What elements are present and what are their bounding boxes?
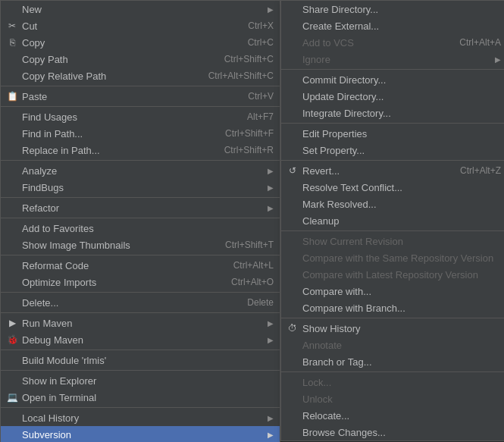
right-context-menu: Share Directory...Create External...Add …	[280, 0, 504, 441]
right-menu-item-edit-properties[interactable]: Edit Properties	[281, 125, 504, 142]
right-menu-item-commit-directory[interactable]: Commit Directory...	[281, 71, 504, 88]
menu-item-find-in-path[interactable]: Find in Path...Ctrl+Shift+F	[1, 125, 280, 142]
menu-label-cut: Cut	[22, 20, 37, 32]
menu-item-findbugs[interactable]: FindBugs▶	[1, 179, 280, 196]
menu-item-open-in-terminal[interactable]: 💻Open in Terminal	[1, 389, 280, 406]
right-menu-item-lock: Lock...	[281, 374, 504, 390]
menu-separator	[281, 318, 504, 318]
right-menu-item-ignore: Ignore▶	[281, 51, 504, 67]
shortcut-cut: Ctrl+X	[233, 20, 274, 31]
shortcut-replace-in-path: Ctrl+Shift+R	[209, 145, 274, 155]
right-menu-label-compare-branch: Compare with Branch...	[302, 303, 405, 314]
right-menu-item-show-history[interactable]: ⏱Show History	[281, 320, 504, 337]
shortcut-delete: Delete	[232, 297, 274, 308]
right-menu-label-browse-changes: Browse Changes...	[302, 427, 386, 438]
right-menu-label-mark-resolved: Mark Resolved...	[302, 199, 377, 210]
menu-item-analyze[interactable]: Analyze▶	[1, 162, 280, 179]
right-menu-label-set-property: Set Property...	[302, 145, 365, 156]
right-menu-item-revert[interactable]: ↺Revert...Ctrl+Alt+Z	[281, 162, 504, 179]
right-menu-item-compare-with[interactable]: Compare with...	[281, 283, 504, 299]
shortcut-optimize-imports: Ctrl+Alt+O	[216, 277, 274, 287]
menu-item-show-image-thumbnails[interactable]: Show Image ThumbnailsCtrl+Shift+T	[1, 237, 280, 253]
shortcut-find-usages: Alt+F7	[232, 111, 274, 122]
menu-separator	[1, 312, 280, 313]
arrow-analyze: ▶	[268, 167, 274, 175]
menu-label-find-usages: Find Usages	[22, 111, 77, 123]
menu-item-local-history[interactable]: Local History▶	[1, 409, 280, 426]
menu-separator	[1, 292, 280, 293]
right-menu-label-cleanup: Cleanup	[302, 215, 339, 227]
right-menu-item-integrate-directory[interactable]: Integrate Directory...	[281, 105, 504, 121]
right-menu-item-add-to-vcs: Add to VCSCtrl+Alt+A	[281, 34, 504, 51]
right-menu-label-ignore: Ignore	[302, 54, 330, 65]
menu-item-copy-path[interactable]: Copy PathCtrl+Shift+C	[1, 51, 280, 67]
menu-label-show-image-thumbnails: Show Image Thumbnails	[22, 240, 130, 251]
right-menu-item-compare-branch[interactable]: Compare with Branch...	[281, 299, 504, 316]
shortcut-copy-relative-path: Ctrl+Alt+Shift+C	[193, 71, 274, 81]
right-menu-item-mark-resolved[interactable]: Mark Resolved...	[281, 196, 504, 212]
right-menu-label-integrate-directory: Integrate Directory...	[302, 108, 391, 119]
menu-item-refactor[interactable]: Refactor▶	[1, 199, 280, 216]
menu-item-replace-in-path[interactable]: Replace in Path...Ctrl+Shift+R	[1, 142, 280, 158]
right-shortcut-revert: Ctrl+Alt+Z	[445, 165, 501, 176]
menu-label-new: New	[22, 4, 42, 15]
right-menu-item-branch-or-tag[interactable]: Branch or Tag...	[281, 353, 504, 370]
menu-item-run-maven[interactable]: ▶Run Maven▶	[1, 315, 280, 331]
right-menu-label-compare-latest-repo: Compare with Latest Repository Version	[302, 269, 478, 281]
right-menu-item-create-external[interactable]: Create External...	[281, 17, 504, 34]
right-menu-label-show-current-revision: Show Current Revision	[302, 236, 403, 247]
menu-label-copy: Copy	[22, 37, 45, 49]
menu-separator	[1, 160, 280, 161]
menu-item-find-usages[interactable]: Find UsagesAlt+F7	[1, 108, 280, 125]
menu-item-paste[interactable]: 📋PasteCtrl+V	[1, 88, 280, 105]
right-menu-item-browse-changes[interactable]: Browse Changes...	[281, 424, 504, 440]
right-shortcut-add-to-vcs: Ctrl+Alt+A	[444, 37, 501, 48]
menu-item-new[interactable]: New▶	[1, 1, 280, 17]
history-icon: ⏱	[286, 323, 299, 334]
menu-label-replace-in-path: Replace in Path...	[22, 145, 100, 156]
right-menu-item-show-current-revision: Show Current Revision	[281, 233, 504, 249]
menu-item-optimize-imports[interactable]: Optimize ImportsCtrl+Alt+O	[1, 274, 280, 290]
menu-item-copy[interactable]: ⎘CopyCtrl+C	[1, 34, 280, 51]
menu-item-show-in-explorer[interactable]: Show in Explorer	[1, 372, 280, 389]
right-menu-item-resolve-text-conflict[interactable]: Resolve Text Conflict...	[281, 179, 504, 196]
right-menu-label-branch-or-tag: Branch or Tag...	[302, 356, 372, 368]
shortcut-paste: Ctrl+V	[233, 91, 274, 102]
right-menu-label-unlock: Unlock	[302, 393, 333, 405]
menu-item-delete[interactable]: Delete...Delete	[1, 294, 280, 311]
right-menu-label-resolve-text-conflict: Resolve Text Conflict...	[302, 182, 402, 193]
shortcut-copy-path: Ctrl+Shift+C	[209, 54, 274, 64]
menu-label-optimize-imports: Optimize Imports	[22, 277, 96, 288]
menu-label-open-in-terminal: Open in Terminal	[22, 392, 96, 403]
right-arrow-ignore: ▶	[495, 55, 501, 64]
menu-label-reformat-code: Reformat Code	[22, 260, 89, 271]
menu-separator	[281, 160, 504, 161]
right-menu-item-share-directory[interactable]: Share Directory...	[281, 1, 504, 17]
right-menu-item-set-property[interactable]: Set Property...	[281, 142, 504, 158]
right-menu-label-share-directory: Share Directory...	[302, 4, 378, 15]
open-in-terminal-icon: 💻	[5, 392, 19, 403]
right-menu-item-cleanup[interactable]: Cleanup	[281, 212, 504, 229]
menu-item-debug-maven[interactable]: 🐞Debug Maven▶	[1, 331, 280, 348]
menu-item-build-module[interactable]: Build Module 'rlmis'	[1, 352, 280, 368]
right-menu-item-relocate[interactable]: Relocate...	[281, 407, 504, 424]
cut-icon: ✂	[5, 20, 19, 31]
menu-item-subversion[interactable]: Subversion▶	[1, 426, 280, 442]
arrow-local-history: ▶	[268, 414, 274, 422]
right-menu-item-unlock: Unlock	[281, 390, 504, 407]
menu-item-copy-relative-path[interactable]: Copy Relative PathCtrl+Alt+Shift+C	[1, 67, 280, 84]
arrow-findbugs: ▶	[268, 183, 274, 192]
shortcut-copy: Ctrl+C	[233, 37, 274, 48]
menu-label-subversion: Subversion	[22, 429, 71, 440]
right-menu-label-create-external: Create External...	[302, 20, 379, 32]
menu-label-copy-path: Copy Path	[22, 54, 68, 65]
menu-item-add-to-favorites[interactable]: Add to Favorites	[1, 220, 280, 237]
shortcut-find-in-path: Ctrl+Shift+F	[210, 128, 274, 139]
right-menu-item-update-directory[interactable]: Update Directory...	[281, 88, 504, 105]
menu-label-copy-relative-path: Copy Relative Path	[22, 71, 106, 82]
menu-item-reformat-code[interactable]: Reformat CodeCtrl+Alt+L	[1, 257, 280, 274]
menu-label-refactor: Refactor	[22, 202, 59, 214]
menu-item-cut[interactable]: ✂CutCtrl+X	[1, 17, 280, 34]
menu-separator	[1, 86, 280, 86]
right-menu-item-compare-same-repo: Compare with the Same Repository Version	[281, 249, 504, 266]
